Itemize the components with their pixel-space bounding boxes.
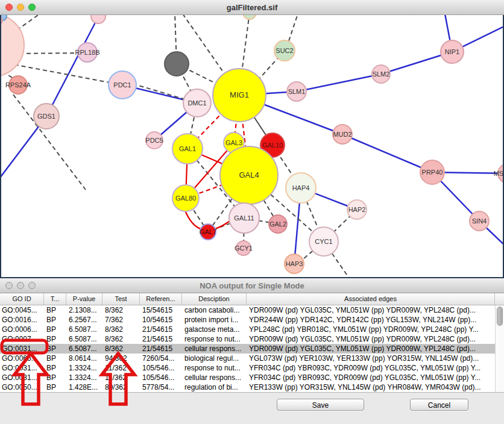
- table-cell: BP: [44, 363, 66, 373]
- table-cell: 6.5087...: [66, 344, 102, 354]
- cancel-button[interactable]: Cancel: [410, 399, 468, 411]
- table-cell: BP: [44, 382, 66, 392]
- column-header-5[interactable]: Desciption: [182, 293, 247, 305]
- table-cell: 94/362: [102, 354, 140, 363]
- graph-node-label: PRP40: [422, 169, 443, 176]
- table-cell: YDR009W (pd) YGL035C, YML051W (pp) YDR00…: [247, 344, 495, 354]
- vertical-scrollbar[interactable]: [495, 305, 504, 392]
- minimize-button-icon[interactable]: [17, 4, 24, 11]
- table-cell: YFR034C (pd) YBR093C, YDR009W (pd) YGL03…: [247, 373, 495, 382]
- graph-node-label: GAL1: [179, 145, 196, 152]
- table-cell: GO:0031...: [0, 363, 44, 373]
- graph-node-label: GAL4: [239, 170, 259, 179]
- graph-node-unlabeled[interactable]: [165, 52, 189, 76]
- table-cell: 105/546...: [140, 373, 182, 382]
- table-cell: 8/362: [102, 344, 140, 354]
- graph-node-label: SUC2: [276, 47, 293, 54]
- table-cell: 7260/54...: [140, 354, 182, 363]
- table-cell: carbon cataboli...: [182, 305, 247, 315]
- table-row[interactable]: GO:0016...BP6.2567...7/36210/54615protei…: [0, 315, 504, 325]
- traffic-lights-inactive: [0, 282, 36, 289]
- table-cell: regulation of bi...: [182, 382, 247, 392]
- table-row[interactable]: GO:0065...BP8.0614...94/3627260/54...bio…: [0, 354, 504, 363]
- table-cell: GO:0045...: [0, 305, 44, 315]
- table-cell: BP: [44, 305, 66, 315]
- graph-node-label: GAL11: [234, 214, 254, 222]
- table-cell: YDR009W (pd) YGL035C, YML051W (pp) YDR00…: [247, 305, 495, 315]
- table-cell: BP: [44, 315, 66, 325]
- table-cell: GO:0016...: [0, 315, 44, 325]
- zoom-button-icon[interactable]: [28, 282, 36, 289]
- noa-window-title: NOA output for Single Mode: [0, 281, 504, 290]
- graph-node-label: HAP3: [286, 260, 303, 267]
- column-header-4[interactable]: Referen...: [140, 293, 182, 305]
- table-cell: 6.5087...: [66, 325, 102, 334]
- table-cell: 8/362: [102, 334, 140, 344]
- graph-edge-dashed[interactable]: [289, 15, 298, 41]
- graph-node-label: MIG1: [230, 90, 249, 99]
- table-body: GO:0045...BP2.1308...8/36215/54615carbon…: [0, 305, 504, 392]
- table-cell: GO:0031...: [0, 373, 44, 382]
- table-row[interactable]: GO:0031...BP1.3324...11/362105/546...res…: [0, 363, 504, 373]
- table-row[interactable]: GO:0045...BP2.1308...8/36215/54615carbon…: [0, 305, 504, 315]
- column-header-2[interactable]: P-value: [66, 293, 102, 305]
- table-header: GO IDT...P-valueTestReferen...Desciption…: [0, 293, 504, 305]
- graph-node-unlabeled[interactable]: [243, 15, 256, 19]
- save-button[interactable]: Save: [277, 399, 364, 411]
- graph-node-label: GAL3: [225, 139, 242, 146]
- table-cell: 1.3324...: [66, 363, 102, 373]
- network-canvas-wrap: RPL18BRPS24AGDS1PDC1PDC5DMC1MIG1SUC2SLM1…: [0, 15, 504, 277]
- close-button-icon[interactable]: [5, 4, 13, 11]
- table-row[interactable]: GO:0006...BP6.5087...8/36221/54615galact…: [0, 325, 504, 334]
- table-row[interactable]: GO:0007...BP6.5087...8/36221/54615respon…: [0, 334, 504, 344]
- table-cell: GO:0031...: [0, 344, 44, 354]
- graph-node-label: NIP1: [445, 48, 459, 55]
- network-canvas[interactable]: RPL18BRPS24AGDS1PDC1PDC5DMC1MIG1SUC2SLM1…: [1, 15, 503, 277]
- graph-node-unlabeled[interactable]: [91, 15, 106, 23]
- zoom-button-icon[interactable]: [28, 4, 36, 11]
- column-header-0[interactable]: GO ID: [0, 293, 44, 305]
- table-row[interactable]: GO:0050...BP1.428E...80/3625778/54...reg…: [0, 382, 504, 392]
- graph-node-unlabeled[interactable]: [1, 15, 24, 76]
- table-cell: 6.2567...: [66, 315, 102, 325]
- graph-node-label: GCY1: [235, 245, 253, 252]
- graph-window: galFiltered.sif RPL18BRPS24AGDS1PDC1PDC5…: [0, 0, 504, 277]
- table-cell: YDR009W (pd) YGL035C, YML051W (pp) YDR00…: [247, 334, 495, 344]
- table-cell: 8.0614...: [66, 354, 102, 363]
- graph-edge-blue[interactable]: [297, 74, 381, 92]
- graph-edge-blue[interactable]: [342, 134, 432, 172]
- table-cell: 21/54615: [140, 334, 182, 344]
- graph-edge-blue[interactable]: [46, 17, 98, 116]
- graph-node-label: SLM1: [288, 88, 306, 95]
- minimize-button-icon[interactable]: [17, 282, 24, 289]
- table-cell: BP: [44, 344, 66, 354]
- graph-node-label: GAL7: [200, 228, 216, 235]
- column-header-6[interactable]: Associated edges: [247, 293, 495, 305]
- column-header-1[interactable]: T...: [44, 293, 66, 305]
- graph-node-label: GAL10: [262, 142, 283, 149]
- table-row[interactable]: GO:0031...BP6.5087...8/36221/54615cellul…: [0, 344, 504, 354]
- graph-node-label: RPL18B: [75, 49, 100, 56]
- table-body-wrap: GO:0045...BP2.1308...8/36215/54615carbon…: [0, 305, 504, 393]
- table-cell: YGL073W (pd) YER103W, YER133W (pp) YOR31…: [247, 354, 495, 363]
- close-button-icon[interactable]: [5, 282, 13, 289]
- table-cell: 8/362: [102, 305, 140, 315]
- graph-node-label: GAL2: [269, 220, 286, 228]
- table-cell: 5778/54...: [140, 382, 182, 392]
- table-cell: GO:0065...: [0, 354, 44, 363]
- table-cell: biological regul...: [182, 354, 247, 363]
- table-row[interactable]: GO:0031...BP1.3324...11/362105/546...cel…: [0, 373, 504, 382]
- graph-node-label: DMC1: [187, 99, 206, 107]
- table-cell: BP: [44, 325, 66, 334]
- noa-output-window: NOA output for Single Mode GO IDT...P-va…: [0, 277, 504, 424]
- graph-node-label: SLM2: [373, 70, 390, 78]
- column-header-3[interactable]: Test: [102, 293, 140, 305]
- scrollbar-thumb[interactable]: [497, 307, 503, 326]
- table-cell: BP: [44, 354, 66, 363]
- table-cell: 11/362: [102, 363, 140, 373]
- table-cell: cellular respons...: [182, 373, 247, 382]
- table-cell: 1.428E...: [66, 382, 102, 392]
- table-cell: BP: [44, 334, 66, 344]
- table-cell: 10/54615: [140, 315, 182, 325]
- noa-window-titlebar: NOA output for Single Mode: [0, 278, 504, 293]
